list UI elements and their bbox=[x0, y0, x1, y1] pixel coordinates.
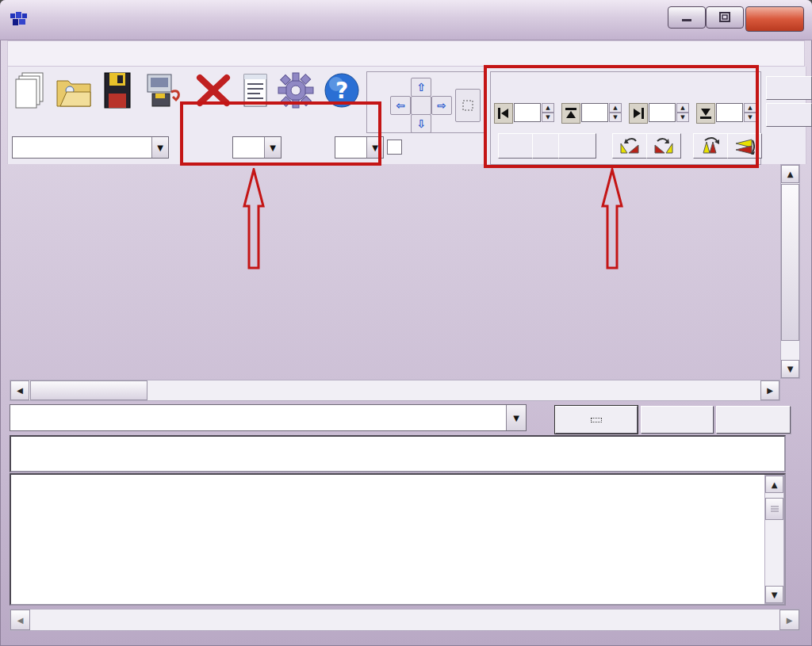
grip-icon bbox=[770, 505, 779, 513]
arrow-left-icon: ◀ bbox=[17, 616, 24, 625]
arrow-down-icon: ⇩ bbox=[416, 117, 426, 130]
toolbar: ? ▼ ▼ ▼ ⇧ ⇦ ⇨ ⇩ bbox=[7, 67, 806, 164]
right-margin-value[interactable] bbox=[649, 103, 676, 122]
align-left-icon bbox=[494, 103, 513, 124]
scroll-left-button[interactable]: ◀ bbox=[10, 610, 30, 630]
move-left-button[interactable]: ⇦ bbox=[390, 96, 411, 115]
scroll-left-button[interactable]: ◀ bbox=[10, 380, 29, 400]
save-as-icon[interactable] bbox=[144, 70, 184, 111]
new-file-icon[interactable] bbox=[11, 70, 51, 111]
move-right-button[interactable]: ⇨ bbox=[431, 96, 452, 115]
scroll-down-button[interactable]: ▼ bbox=[781, 360, 799, 378]
lock-button[interactable] bbox=[766, 76, 812, 100]
reset-button[interactable] bbox=[766, 103, 812, 127]
rotate-right-icon bbox=[653, 137, 674, 155]
maximize-button[interactable] bbox=[706, 6, 744, 29]
top-margin-value[interactable] bbox=[581, 103, 608, 122]
clear-data-button[interactable] bbox=[716, 406, 791, 434]
scroll-right-button[interactable]: ▶ bbox=[779, 610, 799, 630]
italic-button[interactable] bbox=[532, 133, 559, 159]
center-button[interactable] bbox=[455, 89, 481, 122]
spin-up-icon[interactable]: ▲ bbox=[744, 103, 756, 113]
arrow-left-icon: ⇦ bbox=[396, 99, 405, 112]
arrow-right-icon: ▶ bbox=[767, 386, 773, 395]
font-select-combo[interactable]: ▼ bbox=[12, 136, 169, 159]
save-font-button[interactable] bbox=[641, 406, 714, 434]
scroll-right-button[interactable]: ▶ bbox=[760, 380, 779, 400]
underline-button[interactable] bbox=[558, 133, 596, 159]
delete-icon[interactable] bbox=[193, 70, 233, 111]
character-preview-canvas[interactable] bbox=[10, 164, 779, 379]
chevron-down-icon[interactable]: ▼ bbox=[264, 137, 281, 158]
arrow-down-icon: ▼ bbox=[787, 365, 794, 373]
open-file-icon[interactable] bbox=[54, 70, 94, 111]
help-icon[interactable]: ? bbox=[322, 70, 362, 111]
scale-checkbox[interactable] bbox=[387, 140, 402, 155]
align-top-icon bbox=[561, 103, 580, 124]
arrow-up-icon: ▲ bbox=[772, 480, 778, 489]
bottom-horizontal-scrollbar[interactable]: ◀ ▶ bbox=[10, 609, 800, 631]
rotate-left-button[interactable] bbox=[612, 133, 647, 159]
move-up-button[interactable]: ⇧ bbox=[411, 78, 431, 97]
flip-vertical-icon bbox=[700, 137, 721, 155]
close-button[interactable] bbox=[745, 6, 804, 32]
chevron-down-icon[interactable]: ▼ bbox=[366, 137, 383, 158]
chevron-down-icon[interactable]: ▼ bbox=[151, 137, 168, 158]
spin-down-icon[interactable]: ▼ bbox=[542, 113, 554, 122]
title-bar[interactable] bbox=[0, 0, 812, 40]
chevron-down-icon[interactable]: ▼ bbox=[506, 405, 526, 430]
bold-button[interactable] bbox=[498, 133, 533, 159]
spin-up-icon[interactable]: ▲ bbox=[542, 103, 554, 113]
spin-down-icon[interactable]: ▼ bbox=[609, 113, 622, 122]
maximize-icon bbox=[718, 11, 731, 24]
scroll-up-button[interactable]: ▲ bbox=[781, 165, 799, 183]
spin-down-icon[interactable]: ▼ bbox=[676, 113, 689, 122]
minimize-button[interactable] bbox=[668, 6, 706, 29]
scrollbar-thumb[interactable] bbox=[30, 380, 147, 400]
right-margin-stepper[interactable]: ▲▼ bbox=[676, 103, 689, 122]
settings-icon[interactable] bbox=[276, 70, 316, 111]
char-index-list[interactable] bbox=[10, 435, 786, 472]
top-margin-stepper[interactable]: ▲▼ bbox=[609, 103, 622, 122]
left-margin-value[interactable] bbox=[514, 103, 541, 122]
arrow-left-icon: ◀ bbox=[17, 386, 23, 395]
hex-output-area[interactable] bbox=[10, 473, 786, 606]
align-bottom-icon bbox=[696, 103, 715, 124]
flip-horizontal-button[interactable] bbox=[727, 133, 762, 159]
right-margin-spinner: ▲▼ bbox=[629, 103, 689, 124]
bottom-margin-stepper[interactable]: ▲▼ bbox=[744, 103, 756, 122]
hex-vertical-scrollbar[interactable]: ▲ ▼ bbox=[764, 475, 784, 604]
arrow-up-icon: ▲ bbox=[787, 170, 794, 178]
flip-vertical-button[interactable] bbox=[693, 133, 728, 159]
rotate-right-button[interactable] bbox=[646, 133, 681, 159]
charset-combo[interactable]: ▼ bbox=[10, 404, 527, 431]
spin-up-icon[interactable]: ▲ bbox=[676, 103, 689, 113]
menu-bar bbox=[7, 40, 805, 67]
spin-up-icon[interactable]: ▲ bbox=[609, 103, 622, 113]
align-right-icon bbox=[629, 103, 648, 124]
top-margin-spinner: ▲▼ bbox=[561, 103, 622, 124]
reset-position-button[interactable] bbox=[411, 96, 431, 115]
scroll-down-button[interactable]: ▼ bbox=[765, 586, 783, 603]
generate-font-button[interactable] bbox=[555, 406, 638, 434]
notes-icon[interactable] bbox=[239, 70, 271, 111]
arrow-up-icon: ⇧ bbox=[416, 81, 426, 94]
spin-down-icon[interactable]: ▼ bbox=[744, 113, 756, 122]
bottom-margin-value[interactable] bbox=[716, 103, 743, 122]
app-window: ? ▼ ▼ ▼ ⇧ ⇦ ⇨ ⇩ bbox=[0, 0, 812, 646]
minimize-icon bbox=[680, 11, 693, 24]
move-down-button[interactable]: ⇩ bbox=[411, 114, 431, 133]
arrow-right-icon: ⇨ bbox=[437, 99, 446, 112]
center-icon bbox=[460, 97, 476, 113]
left-margin-stepper[interactable]: ▲▼ bbox=[542, 103, 554, 122]
char-width-combo[interactable]: ▼ bbox=[232, 136, 282, 159]
canvas-horizontal-scrollbar[interactable]: ◀ ▶ bbox=[10, 380, 780, 401]
generate-font-label bbox=[591, 418, 602, 422]
scrollbar-thumb[interactable] bbox=[765, 498, 783, 520]
char-height-combo[interactable]: ▼ bbox=[335, 136, 384, 159]
scrollbar-thumb[interactable] bbox=[781, 184, 799, 341]
save-icon[interactable] bbox=[98, 70, 138, 111]
bottom-margin-spinner: ▲▼ bbox=[696, 103, 756, 124]
canvas-vertical-scrollbar[interactable]: ▲ ▼ bbox=[780, 164, 800, 379]
scroll-up-button[interactable]: ▲ bbox=[765, 476, 783, 493]
